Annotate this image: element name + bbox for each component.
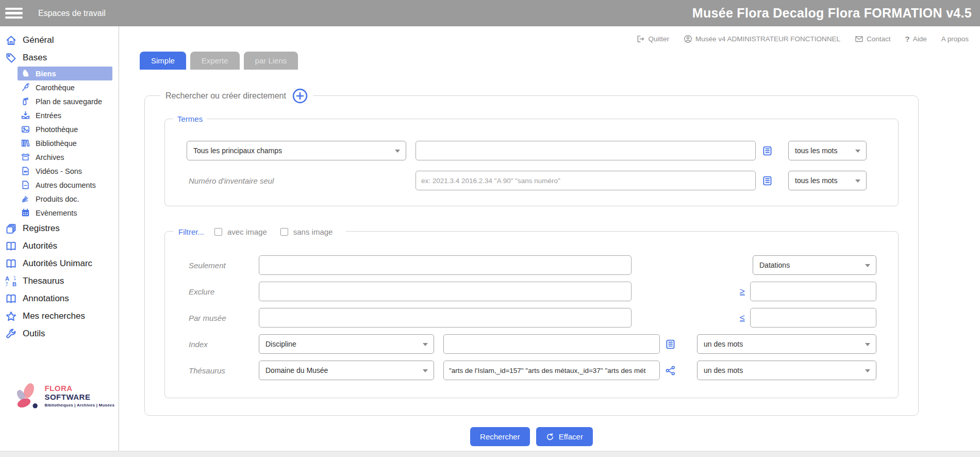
sidebar-item-label: Autorités [23,241,57,251]
user-icon [684,35,692,43]
tag-icon [5,52,17,64]
chevron-down-icon [423,343,428,346]
sidebar-item-bibliotheque[interactable]: Bibliothèque [18,136,112,150]
sidebar-item-phototheque[interactable]: Photothèque [18,122,112,136]
panel-legend: Rechercher ou créer directement [160,88,313,104]
sidebar-item-label: Bases [23,53,47,63]
workspace-label[interactable]: Espaces de travail [38,9,106,18]
sidebar-item-outils[interactable]: Outils [4,325,119,342]
thesaurus-input[interactable] [443,361,660,380]
chevron-down-icon [855,179,860,183]
flora-logo: FLORA SOFTWARE Bibliothèques | Archives … [4,380,119,412]
sidebar-item-label: Autorités Unimarc [23,258,92,269]
index-select[interactable]: Discipline [259,334,434,354]
video-file-icon [21,166,30,176]
fanned-pages-icon [21,194,30,204]
user-label: Musée v4 ADMINISTRATEUR FONCTIONNEL [695,35,840,43]
word-mode-value: tous les mots [795,146,837,155]
sidebar-item-videos-sons[interactable]: Vidéos - Sons [18,164,112,178]
sidebar-item-archives[interactable]: Archives [18,150,112,164]
filter-row-exclure: Exclure ≥ [187,282,876,301]
add-record-button[interactable] [292,88,308,104]
date-min-input[interactable] [750,282,876,301]
tab-par-liens[interactable]: par Liens [244,52,298,70]
thesaurus-select[interactable]: Domaine du Musée [259,361,434,380]
sidebar-item-label: Outils [23,329,45,339]
apropos-link[interactable]: A propos [941,35,969,43]
field-select-value: Tous les principaux champs [193,146,282,155]
contact-link[interactable]: Contact [855,35,891,43]
sidebar-item-plan-de-sauvegarde[interactable]: Plan de sauvegarde [18,94,112,108]
sidebar-item-label: Photothèque [36,125,78,134]
par-musee-input[interactable] [259,308,632,328]
avec-image-checkbox[interactable] [214,228,222,236]
termes-row-inventory: Numéro d'inventaire seul tous les mots [187,171,876,190]
sidebar-item-carotheque[interactable]: Carothèque [18,80,112,94]
sidebar-item-registres[interactable]: Registres [4,220,119,237]
quitter-link[interactable]: Quitter [636,35,669,43]
apropos-label: A propos [941,35,969,43]
sidebar-item-entrees[interactable]: Entrées [18,108,112,122]
share-tree-icon[interactable] [665,365,676,376]
sidebar-item-thesaurus[interactable]: A⤵⤴B Thesaurus [4,272,119,290]
less-equal-link[interactable]: ≤ [740,313,745,323]
sans-image-checkbox[interactable] [280,228,288,236]
seulement-input[interactable] [259,255,632,275]
sidebar-item-annotations[interactable]: Annotations [4,290,119,307]
datations-select[interactable]: Datations [753,255,876,275]
sidebar-item-produits-doc[interactable]: Produits doc. [18,192,112,206]
lexicon-book-icon[interactable] [762,145,773,156]
chevron-down-icon [865,343,870,346]
index-word-mode-select[interactable]: un des mots [697,334,876,354]
mail-icon [855,35,863,43]
word-mode-select-2[interactable]: tous les mots [788,171,867,190]
index-input[interactable] [443,334,660,354]
sidebar-item-bases[interactable]: Bases [4,49,119,67]
panel-title: Rechercher ou créer directement [165,91,286,101]
user-menu[interactable]: Musée v4 ADMINISTRATEUR FONCTIONNEL [684,35,840,43]
logo-brand-software: SOFTWARE [44,393,90,401]
sidebar-item-autorites-unimarc[interactable]: Autorités Unimarc [4,255,119,272]
app-title: Musée Flora Decalog Flora FORMATION v4.5 [692,6,972,21]
sidebar-item-biens[interactable]: ♞ Biens [18,67,112,80]
rechercher-button[interactable]: Rechercher [470,427,530,446]
termes-legend: Termes [173,113,207,125]
chevron-down-icon [865,369,870,372]
greater-equal-link[interactable]: ≥ [740,286,745,297]
open-book-icon [5,240,17,252]
terms-input[interactable] [416,141,756,160]
sidebar-item-autres-documents[interactable]: Autres documents [18,178,112,192]
tab-simple[interactable]: Simple [140,52,186,70]
thesaurus-word-mode-select[interactable]: un des mots [697,361,876,380]
question-icon: ? [905,35,910,43]
lexicon-book-icon[interactable] [762,175,773,186]
filter-row-par-musee: Par musée ≤ [187,308,876,328]
seulement-label: Seulement [187,261,259,270]
sidebar-item-evenements[interactable]: Evènements [18,206,112,220]
lexicon-book-icon[interactable] [665,339,676,350]
logo-brand: FLORA SOFTWARE [44,384,119,401]
sidebar-item-label: Entrées [36,111,61,120]
star-icon [5,311,17,322]
effacer-button[interactable]: Effacer [536,427,593,446]
sidebar-item-mes-recherches[interactable]: Mes recherches [4,307,119,325]
field-select[interactable]: Tous les principaux champs [187,141,406,160]
tab-experte[interactable]: Experte [190,52,240,70]
sidebar-item-label: Vidéos - Sons [36,167,82,175]
flora-petals-icon [10,380,41,412]
inventory-input[interactable] [416,171,756,190]
sidebar-item-autorites[interactable]: Autorités [4,237,119,255]
sidebar-item-label: Carothèque [36,84,75,92]
date-max-input[interactable] [750,308,876,328]
logo-tagline: Bibliothèques | Archives | Musées [44,403,119,407]
corer-icon [21,83,30,92]
aide-link[interactable]: ? Aide [905,35,927,43]
filter-row-thesaurus: Thésaurus Domaine du Musée un des mots [187,361,876,380]
action-buttons: Rechercher Effacer [144,427,919,446]
menu-icon[interactable] [5,8,24,19]
topbar: Espaces de travail Musée Flora Decalog F… [0,0,980,26]
exclure-input[interactable] [259,282,632,301]
word-mode-select-1[interactable]: tous les mots [788,141,867,160]
sidebar-item-general[interactable]: Général [4,31,119,49]
bottom-strip [0,451,980,457]
